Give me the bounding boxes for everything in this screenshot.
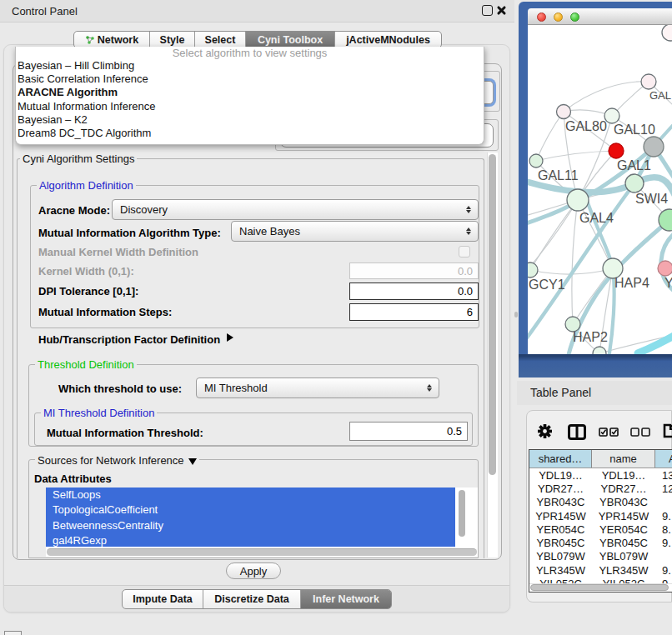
network-node-gal[interactable] [641,74,656,89]
column-header[interactable]: shared… [529,450,592,468]
minimize-icon[interactable] [554,12,563,22]
network-node-gal10[interactable] [604,108,619,123]
document-icon[interactable] [663,423,672,438]
network-node-swi4[interactable] [625,174,644,192]
mode-tab-label: Discretize Data [214,593,289,605]
zoom-icon[interactable] [570,12,579,22]
gear-icon[interactable] [538,424,552,438]
mode-tab-impute-data[interactable]: Impute Data [123,590,203,608]
table-cell [655,496,672,509]
attributes-vscrollbar-thumb[interactable] [459,490,465,537]
attribute-item[interactable]: BetweennessCentrality [46,518,455,533]
tab-network[interactable]: Network [74,32,150,48]
tab-select[interactable]: Select [195,32,246,48]
network-node-gal11[interactable] [529,154,543,168]
network-node[interactable] [593,347,606,354]
tab-cyni-toolbox[interactable]: Cyni Toolbox [246,32,335,48]
corner-button[interactable] [4,631,22,635]
network-edge[interactable] [572,200,578,324]
manual-kernel-checkbox[interactable] [459,246,470,258]
column-header[interactable]: name [592,450,655,468]
combo-arrows-icon [464,200,473,219]
mi-threshold-field[interactable]: 0.5 [349,422,468,441]
table-row[interactable]: YLR345WYLR345W9. [529,563,672,577]
table-row[interactable]: YPR145WYPR145W9. [529,509,672,522]
table-cell: YBL079W [529,550,592,563]
network-edge[interactable] [638,333,672,353]
table-cell: YLR345W [592,563,655,577]
which-threshold-value: MI Threshold [204,382,268,394]
network-node-gal80[interactable] [557,105,571,119]
mode-tab-discretize-data[interactable]: Discretize Data [203,590,301,608]
algorithm-option[interactable]: Bayesian – K2 [16,113,484,127]
table-cell: 9. [655,509,672,522]
table-row[interactable]: YBL079WYBL079W [529,550,672,563]
attribute-item[interactable]: SelfLoops [46,488,455,502]
table-row[interactable]: YDL19…YDL19…13 [529,468,672,482]
float-window-icon[interactable] [482,5,493,16]
mode-tab-infer-network[interactable]: Infer Network [301,590,391,608]
table-row[interactable]: YBR043CYBR043C [529,496,672,509]
network-node-y[interactable] [658,261,672,276]
hub-definition-label[interactable]: Hub/Transcription Factor Definition [38,333,220,346]
column-header[interactable]: A [655,450,672,468]
network-window-titlebar[interactable] [528,8,672,25]
table-cell: YPR145W [529,509,592,522]
data-attributes-label: Data Attributes [34,472,112,485]
network-node-gcy1[interactable] [528,262,538,278]
node-table[interactable]: shared…nameAYDL19…YDL19…13YDR27…YDR27…12… [529,449,672,592]
table-hscrollbar-thumb[interactable] [530,584,669,591]
network-edge[interactable] [564,82,649,112]
network-node[interactable] [662,25,672,41]
mi-steps-field[interactable]: 6 [349,303,479,321]
gear-icon-button[interactable] [538,424,552,438]
tab-jactivemnodules[interactable]: jActiveMNodules [335,32,441,48]
attribute-item[interactable]: TopologicalCoefficient [46,502,455,518]
algorithm-option[interactable]: Mutual Information Inference [16,100,484,113]
sources-title[interactable]: Sources for Network Inference [35,454,199,467]
network-window-frame-bottom [519,354,672,378]
kernel-width-field[interactable]: 0.0 [349,262,479,279]
node-label: HAP4 [614,276,649,290]
algorithm-option[interactable]: Dream8 DC_TDC Algorithm [16,127,484,140]
network-graph: GALGAL80GAL10GAL1GAL11SWI4GAL4GCY1HAP4YH… [528,25,672,354]
document-icon-button[interactable] [663,423,672,438]
checked-pair-icon[interactable] [599,428,619,437]
tab-style[interactable]: Style [150,32,195,48]
dpi-tolerance-field[interactable]: 0.0 [349,282,479,300]
close-icon[interactable] [495,2,507,18]
network-edge[interactable] [536,151,616,161]
unchecked-pair-icon[interactable] [630,428,651,437]
table-row[interactable]: YBR045CYBR045C9. [529,536,672,549]
aracne-mode-combobox[interactable]: Discovery [112,199,479,220]
network-edge[interactable] [536,112,564,161]
table-row[interactable]: YER054CYER054C8. [529,522,672,536]
algorithm-option[interactable]: ARACNE Algorithm [16,86,484,99]
node-label: GAL11 [538,168,579,182]
split-columns-icon[interactable] [568,424,586,440]
settings-scrollbar-thumb[interactable] [489,154,496,475]
algorithm-option[interactable]: Basic Correlation Inference [16,72,484,86]
cyni-algorithm-settings-title: Cyni Algorithm Settings [20,152,137,165]
algorithm-option[interactable]: Bayesian – Hill Climbing [16,59,484,72]
apply-button[interactable]: Apply [226,562,281,579]
close-icon[interactable] [537,12,546,22]
checked-pair-icon-button[interactable] [599,428,619,437]
mode-tab-label: Impute Data [133,593,193,605]
network-node-gal4[interactable] [567,189,589,211]
table-row[interactable]: YDR27…YDR27…12 [529,482,672,495]
attributes-hscrollbar-thumb[interactable] [47,548,477,556]
mi-type-combobox[interactable]: Naive Bayes [231,221,479,242]
split-columns-icon-button[interactable] [568,424,586,440]
network-node-gal1[interactable] [609,143,624,158]
unchecked-pair-icon-button[interactable] [630,428,651,437]
split-divider-handle[interactable] [514,312,518,318]
tab-label: jActiveMNodules [346,34,430,46]
table-panel-title: Table Panel [530,386,591,399]
network-canvas[interactable]: GALGAL80GAL10GAL1GAL11SWI4GAL4GCY1HAP4YH… [528,25,672,354]
network-node[interactable] [644,137,664,157]
expand-arrow-icon[interactable] [227,333,233,342]
table-cell: YDL19… [529,468,592,482]
which-threshold-combobox[interactable]: MI Threshold [196,378,439,398]
algorithm-definition-title: Algorithm Definition [37,179,136,192]
